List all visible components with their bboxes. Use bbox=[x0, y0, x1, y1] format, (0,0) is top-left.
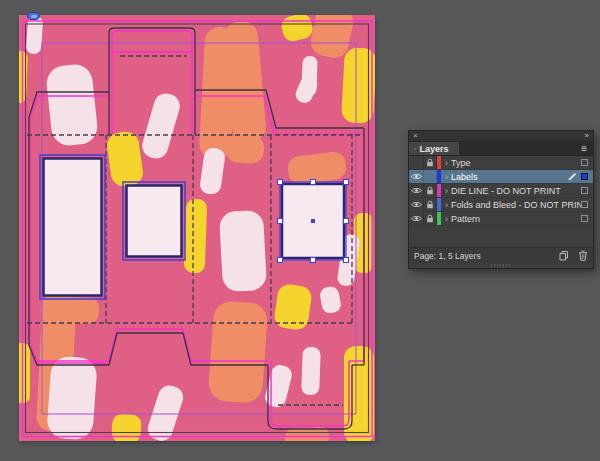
disclosure-icon[interactable]: › bbox=[445, 214, 448, 224]
selection-handle[interactable] bbox=[344, 180, 349, 185]
new-layer-button[interactable] bbox=[558, 250, 569, 261]
pencil-icon bbox=[568, 172, 577, 181]
panel-tab-bar: ◦ Layers ≡ bbox=[409, 142, 593, 156]
layer-row-type[interactable]: › Type bbox=[409, 156, 593, 170]
visibility-toggle[interactable] bbox=[409, 212, 424, 225]
layer-row-folds-bleed[interactable]: › Folds and Bleed - DO NOT PRINT bbox=[409, 198, 593, 212]
lock-toggle[interactable] bbox=[424, 156, 437, 169]
selection-handle[interactable] bbox=[311, 258, 316, 263]
layer-target-square[interactable] bbox=[581, 215, 588, 222]
new-layer-icon bbox=[558, 250, 569, 261]
visibility-toggle[interactable] bbox=[409, 156, 424, 169]
lock-toggle[interactable] bbox=[424, 198, 437, 211]
panel-resize-grip[interactable] bbox=[409, 263, 593, 268]
eye-icon bbox=[411, 187, 422, 194]
page-layer-count: Page: 1, 5 Layers bbox=[414, 251, 481, 261]
tab-grip-icon: ◦ bbox=[414, 145, 416, 152]
layer-row-pattern[interactable]: › Pattern bbox=[409, 212, 593, 226]
disclosure-icon[interactable]: › bbox=[445, 200, 448, 210]
lock-icon bbox=[426, 186, 434, 195]
close-icon[interactable]: × bbox=[413, 132, 418, 140]
trash-icon bbox=[578, 250, 588, 261]
layer-row-labels[interactable]: › Labels bbox=[409, 170, 593, 184]
panel-menu-icon[interactable]: ≡ bbox=[575, 142, 593, 155]
selection-center-point[interactable] bbox=[311, 219, 315, 223]
layer-name: DIE LINE - DO NOT PRINT bbox=[451, 186, 561, 196]
lock-icon bbox=[426, 200, 434, 209]
lock-toggle[interactable] bbox=[424, 212, 437, 225]
visibility-toggle[interactable] bbox=[409, 198, 424, 211]
selection-handle[interactable] bbox=[311, 180, 316, 185]
collapse-panel-icon[interactable]: » bbox=[585, 132, 589, 140]
delete-layer-button[interactable] bbox=[578, 250, 588, 261]
layer-name: Folds and Bleed - DO NOT PRINT bbox=[451, 200, 581, 210]
layer-list: › Type › Labels bbox=[409, 156, 593, 248]
layer-name: Pattern bbox=[451, 214, 480, 224]
visibility-toggle[interactable] bbox=[409, 184, 424, 197]
lock-icon bbox=[426, 214, 434, 223]
layers-panel: × » ◦ Layers ≡ › Type bbox=[408, 130, 594, 269]
disclosure-icon[interactable]: › bbox=[445, 172, 448, 182]
layer-target-square[interactable] bbox=[581, 201, 588, 208]
selection-handle[interactable] bbox=[344, 219, 349, 224]
visibility-toggle[interactable] bbox=[409, 170, 424, 183]
selection-handle[interactable] bbox=[278, 258, 283, 263]
artboard-handle-icon[interactable] bbox=[27, 12, 40, 20]
lock-icon bbox=[426, 158, 434, 167]
layer-list-empty-area bbox=[409, 226, 593, 248]
selection-handle[interactable] bbox=[344, 258, 349, 263]
selection-handle[interactable] bbox=[278, 180, 283, 185]
layer-target-square[interactable] bbox=[581, 159, 588, 166]
layer-target-square[interactable] bbox=[581, 187, 588, 194]
layer-target-square[interactable] bbox=[581, 173, 588, 180]
panel-title-bar[interactable]: × » bbox=[409, 131, 593, 142]
lock-toggle[interactable] bbox=[424, 184, 437, 197]
eye-icon bbox=[411, 215, 422, 222]
layer-name: Type bbox=[451, 158, 471, 168]
layer-row-die-line[interactable]: › DIE LINE - DO NOT PRINT bbox=[409, 184, 593, 198]
tab-layers[interactable]: ◦ Layers bbox=[409, 142, 459, 155]
panel-status-bar: Page: 1, 5 Layers bbox=[409, 248, 593, 263]
artwork-canvas bbox=[19, 15, 375, 441]
lock-toggle[interactable] bbox=[424, 170, 437, 183]
artboard[interactable] bbox=[19, 15, 375, 441]
disclosure-icon[interactable]: › bbox=[445, 158, 448, 168]
selection-handle[interactable] bbox=[278, 219, 283, 224]
label-1[interactable] bbox=[44, 159, 102, 296]
eye-icon bbox=[411, 201, 422, 208]
label-2[interactable] bbox=[127, 186, 182, 257]
disclosure-icon[interactable]: › bbox=[445, 186, 448, 196]
layer-name: Labels bbox=[451, 172, 478, 182]
eye-icon bbox=[411, 173, 422, 180]
panel-title: Layers bbox=[419, 144, 448, 154]
